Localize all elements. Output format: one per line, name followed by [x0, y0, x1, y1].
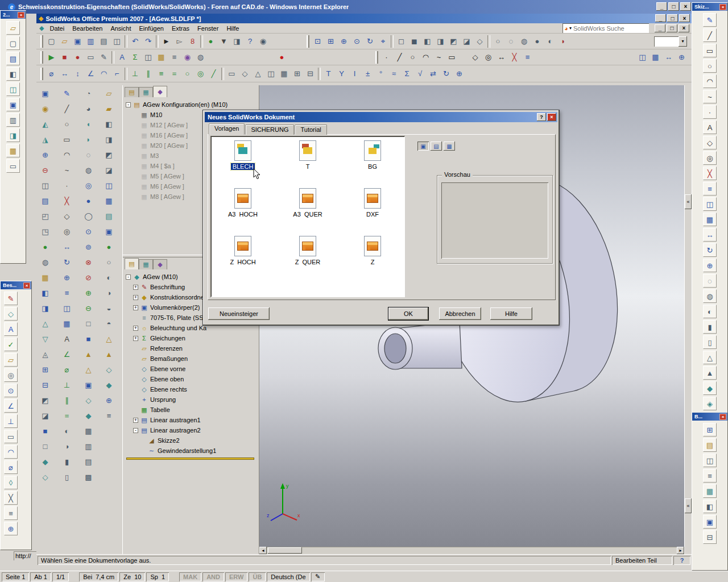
toolbar-handle[interactable] [375, 51, 378, 64]
wireframe-icon[interactable]: ○ [491, 35, 504, 48]
angle-dimension-icon[interactable]: ∠ [84, 67, 97, 80]
child-restore-button[interactable]: □ [667, 24, 677, 32]
tool-icon[interactable]: ◍ [703, 289, 717, 303]
polygon-icon[interactable]: ◇ [703, 136, 717, 149]
tool-icon[interactable]: ◧ [703, 500, 717, 513]
expander[interactable]: - [133, 428, 138, 433]
tool-icon[interactable]: ◉ [39, 102, 52, 115]
close-icon[interactable]: × [23, 282, 30, 289]
design-table-icon[interactable]: ◫ [142, 51, 155, 64]
tool-icon[interactable]: ⊗ [82, 255, 96, 269]
ordinate-dimension-icon[interactable]: ⌐ [110, 67, 123, 80]
tool-icon[interactable]: ◆ [703, 381, 717, 395]
concentric-relation-icon[interactable]: ◎ [194, 67, 207, 80]
tool-icon[interactable]: ● [102, 240, 116, 253]
spline-icon[interactable]: ~ [703, 90, 717, 103]
menu-item[interactable]: Bearbeiten [68, 24, 106, 33]
view-top-icon[interactable]: ◩ [447, 35, 460, 48]
macro-record-icon[interactable]: ● [71, 51, 84, 64]
tool-icon[interactable]: ⊟ [39, 378, 52, 392]
equal-relation-icon[interactable]: = [168, 67, 181, 80]
tool-icon[interactable]: ▭ [60, 132, 74, 146]
tool-icon[interactable]: ▱ [4, 353, 18, 367]
tool-icon[interactable]: □ [82, 317, 96, 330]
panel-tab[interactable]: ▦ [139, 87, 153, 97]
toolbox-icon[interactable]: ▦ [155, 51, 168, 64]
mirror-icon[interactable]: ◫ [703, 197, 717, 211]
flyout-collapse-button[interactable]: « [685, 194, 692, 209]
tool-icon[interactable]: ◫ [60, 301, 74, 315]
ellipse-icon[interactable]: ◎ [482, 51, 495, 64]
arc-icon[interactable]: ◠ [419, 51, 432, 64]
zoom-in-out-icon[interactable]: ⊕ [337, 35, 350, 48]
tool-icon[interactable]: △ [39, 317, 52, 330]
section-view-icon[interactable]: ◗ [557, 35, 570, 48]
horizontal-dimension-icon[interactable]: ↔ [58, 67, 71, 80]
convert-entities-icon[interactable]: ⊕ [675, 51, 688, 64]
tool-icon[interactable]: ◯ [82, 209, 96, 223]
rebuild-icon[interactable]: ● [204, 35, 217, 48]
macro-icon[interactable]: ▭ [84, 51, 97, 64]
tool-icon[interactable]: ⊟ [703, 530, 717, 544]
line-icon[interactable]: ╱ [703, 28, 717, 42]
tool-icon[interactable]: ° [374, 67, 387, 80]
tool-icon[interactable]: ■ [82, 332, 96, 346]
tool-icon[interactable]: ↻ [440, 67, 453, 80]
tool-icon[interactable]: ◧ [6, 67, 20, 81]
dialog-close-button[interactable]: × [547, 113, 556, 121]
dialog-titlebar[interactable]: Neues SolidWorks Dokument ? × [205, 112, 557, 122]
tool-icon[interactable]: ◗ [82, 132, 96, 146]
search-input[interactable] [573, 25, 647, 32]
close-button[interactable]: × [680, 2, 691, 11]
macro-run-icon[interactable]: ▶ [45, 51, 58, 64]
zoom-to-fit-icon[interactable]: ⊡ [311, 35, 324, 48]
palette-titlebar[interactable]: B... × [692, 413, 727, 421]
view-front-icon[interactable]: ◻ [395, 35, 408, 48]
smart-dimension-icon[interactable]: ⌀ [45, 67, 58, 80]
tool-icon[interactable]: ▲ [102, 347, 116, 361]
pattern-icon[interactable]: ▦ [703, 213, 717, 226]
tool-icon[interactable]: ± [361, 67, 374, 80]
tool-icon[interactable]: ╳ [60, 194, 74, 207]
tool-icon[interactable]: ◇ [60, 209, 74, 223]
tool-icon[interactable]: ⇄ [427, 67, 440, 80]
template-item[interactable]: DXF [340, 188, 405, 236]
tool-icon[interactable]: ▣ [39, 86, 52, 100]
tool-icon[interactable]: ⊖ [82, 301, 96, 315]
tool-icon[interactable]: ◇ [39, 470, 52, 484]
sketch-icon[interactable]: ✎ [703, 13, 717, 27]
tool-icon[interactable]: ⊞ [291, 67, 304, 80]
pan-icon[interactable]: ⌖ [377, 35, 390, 48]
tool-icon[interactable]: ⊕ [82, 286, 96, 300]
tool-icon[interactable]: ▯ [60, 470, 74, 484]
tool-icon[interactable]: △ [703, 351, 717, 364]
expander[interactable]: + [133, 285, 138, 290]
horizontal-scrollbar[interactable]: ◂ ▸ [259, 547, 684, 554]
tool-icon[interactable]: ▲ [82, 347, 96, 361]
select-icon[interactable]: ► [160, 35, 173, 48]
help-icon[interactable]: ? [243, 35, 257, 48]
tool-icon[interactable]: ▰ [102, 102, 116, 115]
hidden-lines-visible-icon[interactable]: ◌ [504, 35, 518, 48]
tool-icon[interactable]: ◑ [60, 439, 74, 453]
radius-dimension-icon[interactable]: ◠ [97, 67, 110, 80]
tool-icon[interactable]: I [348, 67, 361, 80]
text-icon[interactable]: A [703, 120, 717, 134]
tool-icon[interactable]: ↻ [60, 255, 74, 269]
tool-icon[interactable]: ◫ [39, 178, 52, 192]
macro-stop-icon[interactable]: ■ [58, 51, 71, 64]
tool-icon[interactable]: ╳ [4, 491, 18, 505]
options-icon[interactable]: ≡ [168, 51, 181, 64]
tool-icon[interactable]: ◐ [102, 271, 116, 284]
toolbar-handle[interactable] [40, 51, 43, 64]
toolbar-handle[interactable] [40, 35, 43, 48]
redo-icon[interactable]: ↷ [142, 35, 155, 48]
dialog-tab[interactable]: SICHERUNG [245, 124, 294, 135]
annotate-pencil-icon[interactable]: ✎ [4, 292, 18, 305]
panel-tab[interactable]: ▦ [139, 259, 153, 269]
tool-icon[interactable]: ⊟ [304, 67, 317, 80]
offset-icon[interactable]: ≡ [703, 182, 717, 196]
close-button[interactable]: × [679, 14, 690, 22]
tool-icon[interactable]: ◧ [39, 286, 52, 300]
tool-icon[interactable]: ⊖ [39, 163, 52, 177]
